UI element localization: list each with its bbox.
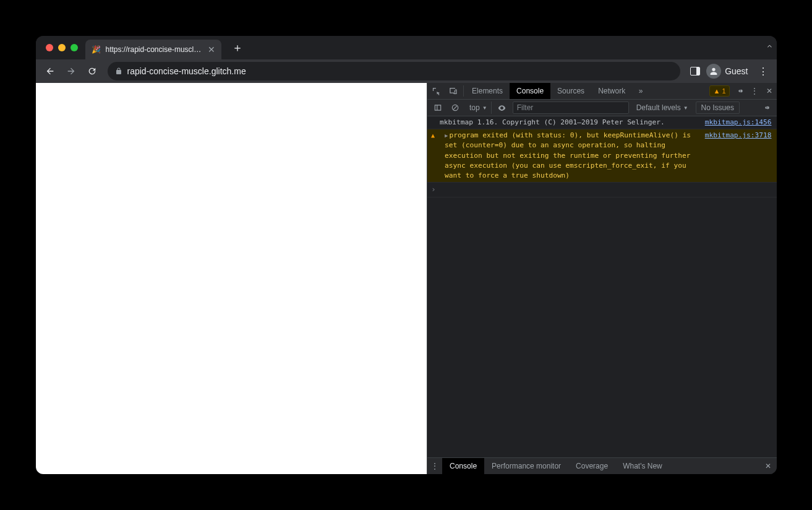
chevron-down-icon: ▼	[683, 105, 688, 111]
log-levels-selector[interactable]: Default levels ▼	[633, 103, 692, 112]
drawer-tab-console[interactable]: Console	[442, 458, 484, 474]
drawer-close-icon[interactable]: ✕	[759, 458, 777, 474]
console-messages: mkbitmap 1.16. Copyright (C) 2001–2019 P…	[427, 116, 776, 457]
console-toolbar: top ▼ Default levels ▼ No Issues	[427, 100, 776, 116]
devtools-panel: Elements Console Sources Network » ▲ 1 ⋮…	[427, 83, 776, 474]
tab-network[interactable]: Network	[591, 83, 632, 99]
message-source-link[interactable]: mkbitmap.js:1456	[705, 118, 772, 127]
context-selector[interactable]: top ▼	[466, 102, 492, 114]
forward-button[interactable]	[62, 62, 80, 80]
console-settings-icon[interactable]	[759, 103, 773, 112]
back-button[interactable]	[41, 62, 59, 80]
message-text: program exited (with status: 0), but kee…	[445, 131, 695, 179]
address-bar[interactable]: rapid-concise-muscle.glitch.me	[108, 62, 681, 80]
console-message-log: mkbitmap 1.16. Copyright (C) 2001–2019 P…	[427, 116, 776, 129]
browser-toolbar: rapid-concise-muscle.glitch.me Guest ⋮	[36, 59, 777, 83]
message-text: mkbitmap 1.16. Copyright (C) 2001–2019 P…	[440, 118, 699, 127]
tab-search-icon[interactable]: ⌵	[759, 43, 772, 52]
side-panel-icon[interactable]	[690, 67, 700, 76]
zoom-window-button[interactable]	[71, 44, 78, 51]
levels-label: Default levels	[636, 103, 681, 112]
window-traffic-lights	[41, 44, 85, 51]
browser-tab[interactable]: 🎉 https://rapid-concise-muscle.g ✕	[85, 40, 221, 59]
content-area: Elements Console Sources Network » ▲ 1 ⋮…	[36, 83, 777, 474]
devtools-settings-icon[interactable]	[732, 83, 747, 99]
console-message-warning: ▶program exited (with status: 0), but ke…	[427, 129, 776, 183]
toggle-sidebar-icon[interactable]	[431, 103, 445, 112]
profile-avatar-icon[interactable]	[706, 64, 721, 79]
filter-input[interactable]	[513, 102, 629, 114]
console-prompt[interactable]	[427, 183, 776, 197]
drawer-menu-icon[interactable]: ⋮	[427, 458, 442, 474]
warnings-badge[interactable]: ▲ 1	[709, 85, 729, 97]
devtools-drawer-tabs: ⋮ Console Performance monitor Coverage W…	[427, 457, 776, 474]
tab-elements[interactable]: Elements	[465, 83, 510, 99]
message-source-link[interactable]: mkbitmap.js:3718	[705, 131, 772, 181]
tab-strip: 🎉 https://rapid-concise-muscle.g ✕ ＋ ⌵	[36, 36, 777, 59]
drawer-tab-performance-monitor[interactable]: Performance monitor	[484, 458, 568, 474]
devtools-tab-bar: Elements Console Sources Network » ▲ 1 ⋮…	[427, 83, 776, 100]
chevron-down-icon: ▼	[482, 105, 487, 111]
inspect-element-icon[interactable]	[427, 83, 445, 99]
reload-button[interactable]	[83, 62, 101, 80]
close-window-button[interactable]	[46, 44, 53, 51]
minimize-window-button[interactable]	[58, 44, 66, 51]
tab-title: https://rapid-concise-muscle.g	[106, 45, 203, 54]
more-tabs-icon[interactable]: »	[632, 83, 649, 99]
url-text: rapid-concise-muscle.glitch.me	[127, 66, 246, 76]
clear-console-icon[interactable]	[448, 103, 462, 112]
svg-line-1	[453, 106, 457, 110]
tab-sources[interactable]: Sources	[550, 83, 591, 99]
warning-icon: ▲	[713, 87, 720, 95]
context-label: top	[469, 103, 480, 112]
device-toolbar-icon[interactable]	[445, 83, 462, 99]
drawer-tab-whats-new[interactable]: What's New	[615, 458, 670, 474]
warning-count: 1	[722, 87, 725, 95]
issues-button[interactable]: No Issues	[696, 102, 740, 114]
close-tab-icon[interactable]: ✕	[208, 45, 215, 54]
browser-menu-icon[interactable]: ⋮	[754, 66, 772, 77]
favicon-icon: 🎉	[92, 45, 101, 54]
expand-icon[interactable]: ▶	[445, 132, 448, 139]
live-expression-icon[interactable]	[495, 103, 509, 113]
browser-window: 🎉 https://rapid-concise-muscle.g ✕ ＋ ⌵ r…	[36, 36, 777, 474]
profile-label: Guest	[725, 66, 748, 76]
rendered-page	[36, 83, 427, 474]
issues-label: No Issues	[701, 103, 734, 112]
devtools-close-icon[interactable]: ✕	[762, 83, 777, 99]
tab-console[interactable]: Console	[510, 83, 550, 99]
drawer-tab-coverage[interactable]: Coverage	[568, 458, 615, 474]
new-tab-button[interactable]: ＋	[229, 39, 246, 56]
devtools-menu-icon[interactable]: ⋮	[747, 83, 762, 99]
lock-icon	[115, 67, 122, 75]
